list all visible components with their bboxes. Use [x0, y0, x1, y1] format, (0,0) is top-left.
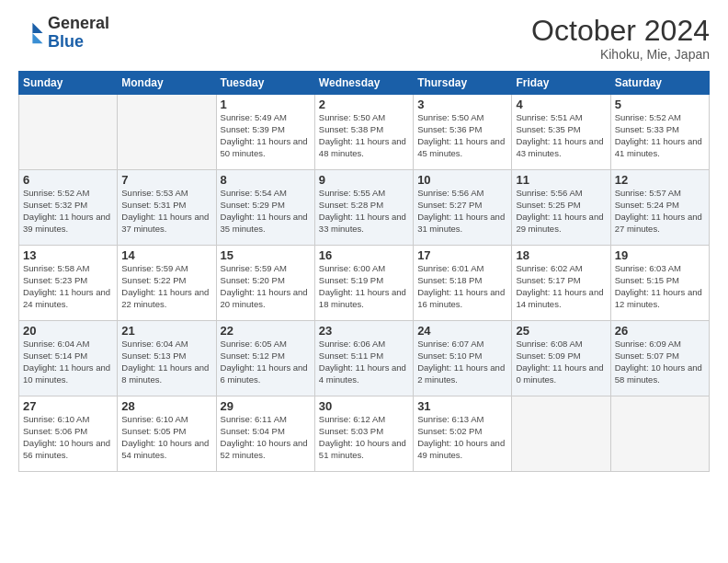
- day-info: Sunrise: 6:02 AMSunset: 5:17 PMDaylight:…: [516, 263, 606, 310]
- table-row: 27Sunrise: 6:10 AMSunset: 5:06 PMDayligh…: [19, 396, 118, 472]
- col-sunday: Sunday: [19, 72, 118, 95]
- day-info: Sunrise: 6:04 AMSunset: 5:13 PMDaylight:…: [121, 339, 211, 385]
- col-tuesday: Tuesday: [216, 72, 314, 95]
- table-row: [118, 95, 216, 170]
- day-number: 6: [23, 173, 113, 187]
- table-row: 18Sunrise: 6:02 AMSunset: 5:17 PMDayligh…: [512, 246, 610, 321]
- day-info: Sunrise: 5:50 AMSunset: 5:36 PMDaylight:…: [417, 112, 507, 159]
- table-row: 7Sunrise: 5:53 AMSunset: 5:31 PMDaylight…: [118, 170, 216, 246]
- day-number: 13: [23, 248, 113, 262]
- day-number: 14: [121, 248, 211, 262]
- day-info: Sunrise: 5:50 AMSunset: 5:38 PMDaylight:…: [319, 112, 409, 159]
- table-row: 6Sunrise: 5:52 AMSunset: 5:32 PMDaylight…: [19, 170, 118, 246]
- day-info: Sunrise: 6:07 AMSunset: 5:10 PMDaylight:…: [417, 339, 507, 385]
- table-row: 31Sunrise: 6:13 AMSunset: 5:02 PMDayligh…: [414, 396, 512, 472]
- day-number: 22: [221, 324, 311, 338]
- table-row: 1Sunrise: 5:49 AMSunset: 5:39 PMDaylight…: [216, 95, 314, 170]
- calendar-header-row: Sunday Monday Tuesday Wednesday Thursday…: [19, 72, 710, 95]
- table-row: 8Sunrise: 5:54 AMSunset: 5:29 PMDaylight…: [216, 170, 314, 246]
- calendar-week-row: 20Sunrise: 6:04 AMSunset: 5:14 PMDayligh…: [19, 321, 710, 396]
- day-info: Sunrise: 5:51 AMSunset: 5:35 PMDaylight:…: [516, 112, 606, 159]
- day-number: 8: [221, 173, 311, 187]
- day-info: Sunrise: 6:01 AMSunset: 5:18 PMDaylight:…: [417, 263, 507, 310]
- table-row: 24Sunrise: 6:07 AMSunset: 5:10 PMDayligh…: [414, 321, 512, 396]
- calendar-week-row: 1Sunrise: 5:49 AMSunset: 5:39 PMDaylight…: [19, 95, 710, 170]
- day-info: Sunrise: 5:53 AMSunset: 5:31 PMDaylight:…: [121, 188, 211, 235]
- day-info: Sunrise: 6:09 AMSunset: 5:07 PMDaylight:…: [615, 339, 705, 385]
- day-info: Sunrise: 6:04 AMSunset: 5:14 PMDaylight:…: [23, 339, 113, 385]
- day-number: 4: [516, 98, 606, 111]
- day-number: 5: [615, 98, 705, 111]
- table-row: [19, 95, 118, 170]
- col-friday: Friday: [512, 72, 610, 95]
- title-block: October 2024 Kihoku, Mie, Japan: [531, 15, 710, 62]
- table-row: 30Sunrise: 6:12 AMSunset: 5:03 PMDayligh…: [314, 396, 413, 472]
- table-row: 14Sunrise: 5:59 AMSunset: 5:22 PMDayligh…: [118, 246, 216, 321]
- table-row: 19Sunrise: 6:03 AMSunset: 5:15 PMDayligh…: [610, 246, 709, 321]
- header: General Blue October 2024 Kihoku, Mie, J…: [18, 15, 710, 62]
- logo-icon: [18, 20, 44, 46]
- logo-blue-text: Blue: [48, 32, 84, 51]
- table-row: 11Sunrise: 5:56 AMSunset: 5:25 PMDayligh…: [512, 170, 610, 246]
- day-number: 20: [23, 324, 113, 338]
- day-info: Sunrise: 5:55 AMSunset: 5:28 PMDaylight:…: [319, 188, 409, 235]
- svg-marker-0: [32, 23, 42, 33]
- day-info: Sunrise: 6:00 AMSunset: 5:19 PMDaylight:…: [319, 263, 409, 310]
- table-row: 13Sunrise: 5:58 AMSunset: 5:23 PMDayligh…: [19, 246, 118, 321]
- table-row: 5Sunrise: 5:52 AMSunset: 5:33 PMDaylight…: [610, 95, 709, 170]
- day-number: 19: [615, 248, 705, 262]
- day-number: 31: [417, 399, 507, 413]
- day-info: Sunrise: 5:59 AMSunset: 5:20 PMDaylight:…: [221, 263, 311, 310]
- day-info: Sunrise: 6:05 AMSunset: 5:12 PMDaylight:…: [221, 339, 311, 385]
- day-number: 2: [319, 98, 409, 111]
- day-info: Sunrise: 5:57 AMSunset: 5:24 PMDaylight:…: [615, 188, 705, 235]
- day-number: 21: [121, 324, 211, 338]
- calendar-week-row: 27Sunrise: 6:10 AMSunset: 5:06 PMDayligh…: [19, 396, 710, 472]
- day-number: 10: [417, 173, 507, 187]
- month-title: October 2024: [531, 15, 710, 47]
- table-row: 22Sunrise: 6:05 AMSunset: 5:12 PMDayligh…: [216, 321, 314, 396]
- day-info: Sunrise: 5:56 AMSunset: 5:25 PMDaylight:…: [516, 188, 606, 235]
- day-info: Sunrise: 6:13 AMSunset: 5:02 PMDaylight:…: [417, 414, 507, 461]
- day-info: Sunrise: 6:08 AMSunset: 5:09 PMDaylight:…: [516, 339, 606, 385]
- day-number: 16: [319, 248, 409, 262]
- day-info: Sunrise: 6:10 AMSunset: 5:06 PMDaylight:…: [23, 414, 113, 461]
- day-number: 30: [319, 399, 409, 413]
- col-wednesday: Wednesday: [314, 72, 413, 95]
- logo-general-text: General: [48, 14, 109, 32]
- table-row: 20Sunrise: 6:04 AMSunset: 5:14 PMDayligh…: [19, 321, 118, 396]
- table-row: 2Sunrise: 5:50 AMSunset: 5:38 PMDaylight…: [314, 95, 413, 170]
- day-info: Sunrise: 5:59 AMSunset: 5:22 PMDaylight:…: [121, 263, 211, 310]
- table-row: 12Sunrise: 5:57 AMSunset: 5:24 PMDayligh…: [610, 170, 709, 246]
- day-info: Sunrise: 6:10 AMSunset: 5:05 PMDaylight:…: [121, 414, 211, 461]
- table-row: 25Sunrise: 6:08 AMSunset: 5:09 PMDayligh…: [512, 321, 610, 396]
- day-number: 3: [417, 98, 507, 111]
- day-info: Sunrise: 6:03 AMSunset: 5:15 PMDaylight:…: [615, 263, 705, 310]
- table-row: 28Sunrise: 6:10 AMSunset: 5:05 PMDayligh…: [118, 396, 216, 472]
- table-row: 16Sunrise: 6:00 AMSunset: 5:19 PMDayligh…: [314, 246, 413, 321]
- day-info: Sunrise: 5:56 AMSunset: 5:27 PMDaylight:…: [417, 188, 507, 235]
- day-number: 25: [516, 324, 606, 338]
- day-info: Sunrise: 5:58 AMSunset: 5:23 PMDaylight:…: [23, 263, 113, 310]
- day-info: Sunrise: 5:54 AMSunset: 5:29 PMDaylight:…: [221, 188, 311, 235]
- day-info: Sunrise: 5:52 AMSunset: 5:32 PMDaylight:…: [23, 188, 113, 235]
- day-number: 28: [121, 399, 211, 413]
- table-row: 4Sunrise: 5:51 AMSunset: 5:35 PMDaylight…: [512, 95, 610, 170]
- day-number: 1: [221, 98, 311, 111]
- day-number: 9: [319, 173, 409, 187]
- day-number: 15: [221, 248, 311, 262]
- table-row: 15Sunrise: 5:59 AMSunset: 5:20 PMDayligh…: [216, 246, 314, 321]
- col-saturday: Saturday: [610, 72, 709, 95]
- calendar-week-row: 13Sunrise: 5:58 AMSunset: 5:23 PMDayligh…: [19, 246, 710, 321]
- table-row: 17Sunrise: 6:01 AMSunset: 5:18 PMDayligh…: [414, 246, 512, 321]
- table-row: 29Sunrise: 6:11 AMSunset: 5:04 PMDayligh…: [216, 396, 314, 472]
- day-info: Sunrise: 5:52 AMSunset: 5:33 PMDaylight:…: [615, 112, 705, 159]
- logo: General Blue: [18, 15, 109, 52]
- location: Kihoku, Mie, Japan: [531, 47, 710, 62]
- calendar: Sunday Monday Tuesday Wednesday Thursday…: [18, 71, 710, 472]
- day-number: 27: [23, 399, 113, 413]
- col-thursday: Thursday: [414, 72, 512, 95]
- day-number: 7: [121, 173, 211, 187]
- day-info: Sunrise: 5:49 AMSunset: 5:39 PMDaylight:…: [221, 112, 311, 159]
- day-number: 23: [319, 324, 409, 338]
